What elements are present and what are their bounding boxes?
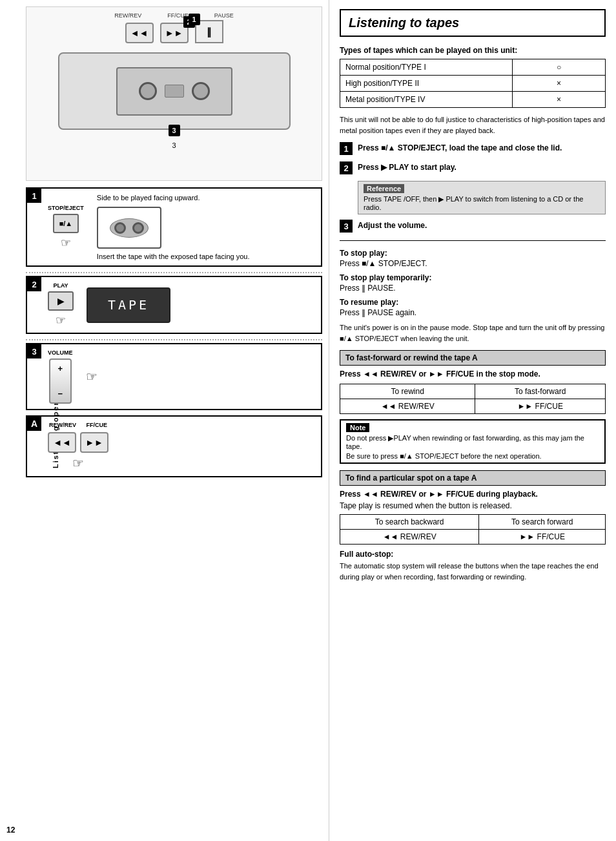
table-row: ◄◄ REW/REV ►► FF/CUE [340,399,606,414]
page-title: Listening to tapes [349,16,597,30]
cass-reel-r [132,222,144,234]
reel-right [192,82,210,100]
find-spot-table: To search backward To search forward ◄◄ … [340,514,606,545]
table-note: This unit will not be able to do full ju… [340,114,606,136]
badge-3: 3 [169,125,180,136]
stop-temp-body: Press ‖ PAUSE. [340,282,606,294]
type-cell-1: Normal position/TYPE I [340,59,513,76]
player-top: REW/REV FF/CUE PAUSE ◄◄ ►► 2 ‖ [26,12,322,43]
stop-play-body: Press ■/▲ STOP/EJECT. [340,258,606,269]
vol-illus: VOLUME + − [48,349,73,404]
hand-icon-1: ☞ [61,236,71,250]
vol-label: VOLUME [48,349,73,356]
play-btn-illus: ▶ [48,291,74,311]
find-spot-title: To find a particular spot on a tape A [340,470,606,486]
find-spot-sub: Tape play is resumed when the button is … [340,501,606,510]
step-2-instruction: 2 Press ▶ PLAY to start play. [340,161,606,174]
cassette-window [110,218,149,238]
note-line-1: Do not press ▶PLAY when rewinding or fas… [346,434,599,450]
step-3-text: Adjust the volume. [358,220,427,232]
table-row: To rewind To fast-forward [340,384,606,399]
step1-text2: Insert the tape with the exposed tape fa… [97,253,250,260]
step-3-num: 3 [340,220,353,233]
search-fwd-val: ►► FF/CUE [479,530,606,545]
rewind-header: To rewind [340,384,475,399]
dotted-divider-1 [26,272,322,273]
stop-eject-label: STOP/EJECT [48,205,84,211]
resume-play-section: To resume play: Press ‖ PAUSE again. [340,298,606,318]
search-back-header: To search backward [340,515,479,530]
step-2-content: PLAY ▶ ☞ TAPE [27,277,321,333]
ff-btn-illus: ►► [80,432,108,453]
step-2-box: 2 PLAY ▶ ☞ TAPE [26,276,322,334]
full-auto-body: The automatic stop system will release t… [340,561,606,582]
stop-play-title: To stop play: [340,249,606,258]
rew-rev-btn[interactable]: ◄◄ [125,23,154,43]
step-3-box: 3 VOLUME + − ☞ [26,343,322,410]
ff-val: ►► FF/CUE [475,399,606,414]
eject-btn-illus: ■/▲ [53,214,79,233]
table-header: Types of tapes which can be played on th… [340,46,606,55]
step-1-text: Press ■/▲ STOP/EJECT, load the tape and … [358,142,562,154]
table-row: High position/TYPE II × [340,76,606,92]
type-cell-3: Metal position/TYPE IV [340,92,513,108]
divider-1 [340,240,606,241]
step-3-badge: 3 [27,344,41,358]
btn-labels: REW/REV FF/CUE PAUSE [114,12,233,19]
step-a-box: A REW/REV FF/CUE ◄◄ ►► ☞ [26,415,322,477]
rew-ff-illus: REW/REV FF/CUE ◄◄ ►► ☞ [48,422,108,471]
ff-rewind-command: Press ◄◄ REW/REV or ►► FF/CUE in the sto… [340,369,606,379]
note-label: Note [346,423,369,432]
rewind-val: ◄◄ REW/REV [340,399,475,414]
stop-temp-section: To stop play temporarily: Press ‖ PAUSE. [340,273,606,294]
rew-ff-btns: ◄◄ ►► [48,432,108,453]
play-illus: PLAY ▶ ☞ [48,282,74,327]
rew-rev-label: REW/REV [114,12,141,19]
compat-cell-1: ○ [513,59,606,76]
tape-head [165,85,184,98]
pause-note: The unit's power is on in the pause mode… [340,322,606,344]
tape-display: TAPE [87,287,170,323]
right-panel: Listening to tapes Types of tapes which … [329,0,616,841]
eject-illus: STOP/EJECT ■/▲ ☞ [48,205,84,250]
find-spot-command: Press ◄◄ REW/REV or ►► FF/CUE during pla… [340,490,606,499]
ff-note-box: Note Do not press ▶PLAY when rewinding o… [340,419,606,464]
step-1-num: 1 [340,142,353,155]
step-1-instruction: 1 Press ■/▲ STOP/EJECT, load the tape an… [340,142,606,155]
player-deck [116,67,232,116]
step-1-content: STOP/EJECT ■/▲ ☞ Side to be played facin… [27,189,321,265]
ff-header: To fast-forward [475,384,606,399]
play-label: PLAY [53,282,68,289]
resume-play-title: To resume play: [340,298,606,307]
top-btns-row: ◄◄ ►► 2 ‖ 1 [125,20,223,43]
step-1-box: 1 STOP/EJECT ■/▲ ☞ Side to be played fac… [26,187,322,267]
hand-icon-2: ☞ [56,313,66,327]
step-2-text: Press ▶ PLAY to start play. [358,161,457,174]
pause-label: PAUSE [214,12,234,19]
reference-label: Reference [364,184,404,193]
left-content: REW/REV FF/CUE PAUSE ◄◄ ►► 2 ‖ [26,6,322,477]
step-2-num: 2 [340,161,353,174]
type-cell-2: High position/TYPE II [340,76,513,92]
table-row: Metal position/TYPE IV × [340,92,606,108]
stop-temp-title: To stop play temporarily: [340,273,606,282]
ff-label: FF/CUE [87,422,108,428]
badge-1: 1 [189,14,200,25]
ff-rewind-table: To rewind To fast-forward ◄◄ REW/REV ►► … [340,384,606,414]
reference-text: Press TAPE /OFF, then ▶ PLAY to switch f… [364,195,600,211]
step-3-instruction: 3 Adjust the volume. [340,220,606,233]
table-row: To search backward To search forward [340,515,606,530]
badge-3-label: 3 [172,141,176,149]
step-a-content: REW/REV FF/CUE ◄◄ ►► ☞ [27,417,321,476]
full-auto-title: Full auto-stop: [340,550,606,559]
page-number: 12 [6,825,15,835]
search-back-val: ◄◄ REW/REV [340,530,479,545]
reference-box: Reference Press TAPE /OFF, then ▶ PLAY t… [358,181,606,214]
table-row: ◄◄ REW/REV ►► FF/CUE [340,530,606,545]
stop-play-section: To stop play: Press ■/▲ STOP/EJECT. [340,249,606,269]
title-box: Listening to tapes [340,9,606,37]
step-1-texts: Side to be played facing upward. Insert … [97,194,250,260]
cass-reel-l [114,222,126,234]
step-3-content: VOLUME + − ☞ [27,344,321,409]
reel-left [139,82,157,100]
